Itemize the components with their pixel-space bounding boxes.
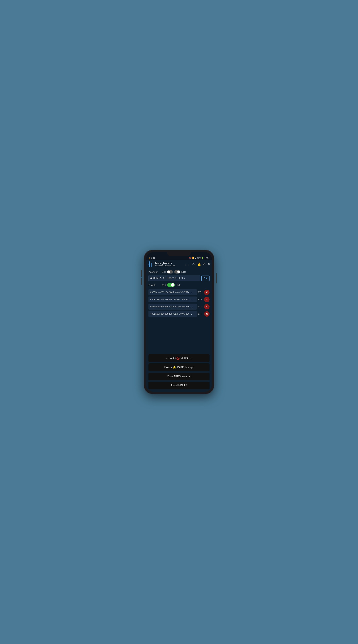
eth-type-4: ETH bbox=[198, 313, 203, 315]
svg-rect-1 bbox=[151, 263, 152, 267]
signal-icon: ▲ bbox=[195, 257, 196, 259]
no-ads-button[interactable]: NO ADS 🚫 VERSION bbox=[148, 354, 210, 362]
refresh-icon[interactable]: ↻ bbox=[208, 262, 210, 266]
address-input[interactable] bbox=[148, 275, 200, 281]
logo-svg bbox=[148, 261, 153, 267]
graph-toggle[interactable] bbox=[167, 283, 175, 287]
rate-button[interactable]: Please ⭐ RATE this app bbox=[148, 364, 210, 371]
list-item: 408EbD7b31CB8825076E2F70f43e2C... ETH ✕ bbox=[148, 311, 210, 317]
status-right-icons: 🔇 📶 ▲ 96% 🔋 17:34 bbox=[189, 257, 209, 259]
account-label: Account bbox=[148, 270, 160, 273]
delete-btn-4[interactable]: ✕ bbox=[204, 311, 210, 317]
etc-label: ETC bbox=[181, 271, 186, 273]
eth-toggle[interactable] bbox=[167, 270, 173, 274]
graph-row: Graph BAR LINE bbox=[148, 283, 210, 287]
address-input-row: OK bbox=[148, 275, 210, 281]
network-icon[interactable]: ⋮⋮ bbox=[184, 262, 190, 266]
account-row: Account ETH ETC bbox=[148, 270, 210, 274]
battery-percentage: 96% bbox=[197, 257, 201, 259]
more-apps-button[interactable]: More APPS from us! bbox=[148, 373, 210, 380]
account-address-1[interactable]: 6B35bbc0235c0af44dce8ec52c757d... bbox=[148, 289, 197, 295]
account-address-4[interactable]: 408EbD7b31CB8825076E2F70f43e2C... bbox=[148, 311, 197, 317]
app-title-block: MiningMonitor Monitor for Ethermine Pool bbox=[155, 262, 183, 267]
svg-rect-2 bbox=[148, 264, 149, 264]
ok-button[interactable]: OK bbox=[201, 276, 210, 281]
eth-type-2: ETH bbox=[198, 298, 203, 301]
graph-label: Graph bbox=[148, 284, 160, 286]
status-left-icons: ⚠ ☑ 🖼 bbox=[149, 257, 155, 259]
phone-notch bbox=[167, 252, 191, 256]
app-title: MiningMonitor bbox=[155, 262, 183, 265]
delete-btn-3[interactable]: ✕ bbox=[204, 304, 210, 310]
app-logo bbox=[148, 261, 154, 267]
wallet-icon[interactable]: 💰 bbox=[197, 262, 201, 266]
app-toolbar-icons: ⋮⋮ ⛏ 💰 ⚙ ↻ bbox=[184, 262, 210, 266]
account-list: 6B35bbc0235c0af44dce8ec52c757d... ETH ✕ … bbox=[148, 289, 210, 317]
checkbox-icon: ☑ bbox=[151, 257, 152, 259]
eth-type-3: ETH bbox=[198, 306, 203, 308]
pickaxe-icon[interactable]: ⛏ bbox=[192, 262, 195, 266]
list-item: Aa6F2F881ec3FDBa918098a79bB517... ETH ✕ bbox=[148, 296, 210, 302]
battery-icon: 🔋 bbox=[202, 257, 204, 259]
time-display: 17:34 bbox=[204, 257, 209, 259]
eth-label: ETH bbox=[162, 271, 166, 273]
help-button[interactable]: Need HELP? bbox=[148, 382, 210, 390]
etc-toggle[interactable] bbox=[174, 270, 180, 274]
settings-icon[interactable]: ⚙ bbox=[203, 262, 206, 266]
account-address-3[interactable]: d619d9e840b6164d3baefb362b57c6... bbox=[148, 304, 197, 310]
warning-icon: ⚠ bbox=[149, 257, 150, 259]
phone-device: ⚠ ☑ 🖼 🔇 📶 ▲ 96% 🔋 17:34 bbox=[144, 250, 214, 394]
phone-screen: ⚠ ☑ 🖼 🔇 📶 ▲ 96% 🔋 17:34 bbox=[146, 252, 212, 392]
account-address-2[interactable]: Aa6F2F881ec3FDBa918098a79bB517... bbox=[148, 296, 197, 302]
wifi-icon: 📶 bbox=[192, 257, 194, 259]
delete-btn-1[interactable]: ✕ bbox=[204, 290, 210, 295]
eth-toggle-group: ETH bbox=[162, 270, 173, 274]
main-content: Account ETH ETC OK bbox=[146, 268, 212, 352]
eth-type-1: ETH bbox=[198, 291, 203, 294]
app-subtitle: Monitor for Ethermine Pool bbox=[155, 265, 183, 267]
delete-btn-2[interactable]: ✕ bbox=[204, 297, 210, 302]
graph-toggle-group: BAR LINE bbox=[162, 283, 181, 287]
image-icon: 🖼 bbox=[153, 257, 155, 259]
list-item: d619d9e840b6164d3baefb362b57c6... ETH ✕ bbox=[148, 304, 210, 310]
mute-icon: 🔇 bbox=[189, 257, 191, 259]
bottom-area: NO ADS 🚫 VERSION Please ⭐ RATE this app … bbox=[146, 352, 212, 392]
line-label: LINE bbox=[176, 284, 181, 286]
status-bar: ⚠ ☑ 🖼 🔇 📶 ▲ 96% 🔋 17:34 bbox=[146, 256, 212, 260]
list-item: 6B35bbc0235c0af44dce8ec52c757d... ETH ✕ bbox=[148, 289, 210, 295]
etc-toggle-group: ETC bbox=[174, 270, 186, 274]
app-bar: MiningMonitor Monitor for Ethermine Pool… bbox=[146, 260, 212, 268]
bar-label: BAR bbox=[162, 284, 166, 286]
